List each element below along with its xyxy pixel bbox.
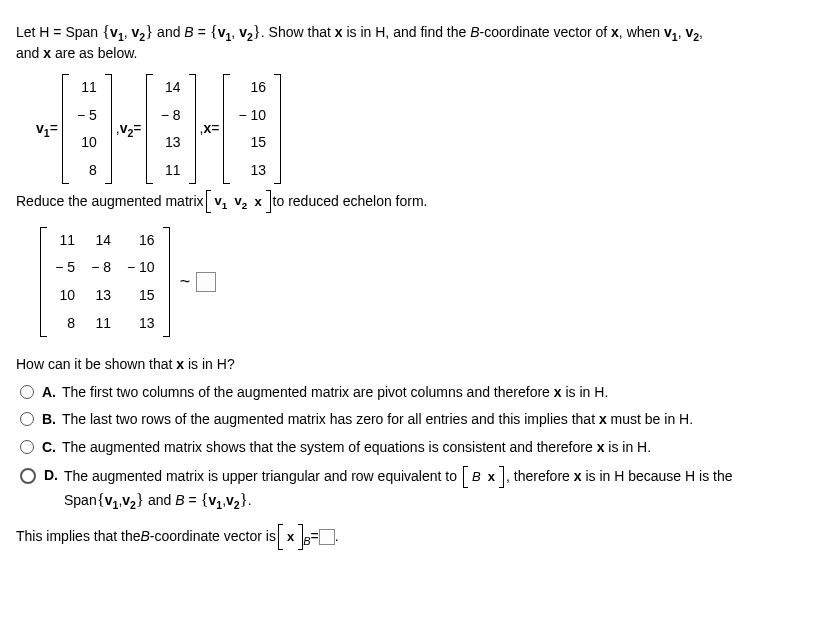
vectors-definition: v1 = 11− 5108 , v2 = 14− 81311 , x = 16−… bbox=[36, 72, 808, 186]
choice-a[interactable]: A. The first two columns of the augmente… bbox=[20, 383, 808, 403]
subscript-b: B bbox=[303, 534, 310, 549]
brace-close-1: } bbox=[145, 22, 153, 41]
augmented-matrix: 111416 − 5− 8− 10 101315 81113 bbox=[40, 227, 170, 337]
augmented-symbol: v1 v2 x bbox=[206, 190, 271, 212]
choice-c-text: The augmented matrix shows that the syst… bbox=[62, 438, 808, 458]
choice-b[interactable]: B. The last two rows of the augmented ma… bbox=[20, 410, 808, 430]
x-symbol: x bbox=[335, 24, 343, 40]
v2-symbol: v2 bbox=[132, 24, 146, 40]
radio-c[interactable] bbox=[20, 440, 34, 454]
question-text: How can it be shown that x is in H? bbox=[16, 355, 808, 375]
final-statement: This implies that the B-coordinate vecto… bbox=[16, 524, 808, 549]
v1-label: v1 bbox=[36, 119, 50, 140]
choice-a-text: The first two columns of the augmented m… bbox=[62, 383, 808, 403]
choice-c[interactable]: C. The augmented matrix shows that the s… bbox=[20, 438, 808, 458]
choice-b-text: The last two rows of the augmented matri… bbox=[62, 410, 808, 430]
problem-statement: Let H = Span {v1, v2} and B = {v1, v2}. … bbox=[16, 20, 808, 64]
intro-text: Let H = Span bbox=[16, 24, 102, 40]
choices-group: A. The first two columns of the augmente… bbox=[20, 383, 808, 513]
x-sub-b-bracket: x bbox=[278, 524, 303, 549]
brace-open-1: { bbox=[102, 22, 110, 41]
brace-close-2: } bbox=[253, 22, 261, 41]
brace-open-2: { bbox=[210, 22, 218, 41]
choice-b-label: B. bbox=[42, 410, 62, 430]
choice-d-label: D. bbox=[44, 466, 64, 486]
augmented-matrix-row: 111416 − 5− 8− 10 101315 81113 ~ bbox=[36, 225, 808, 339]
choice-d[interactable]: D. The augmented matrix is upper triangu… bbox=[20, 466, 808, 513]
tilde-symbol: ~ bbox=[180, 269, 191, 294]
v1-vector: 11− 5108 bbox=[62, 74, 112, 184]
choice-d-text: The augmented matrix is upper triangular… bbox=[64, 466, 808, 513]
radio-b[interactable] bbox=[20, 412, 34, 426]
v2-vector: 14− 81311 bbox=[146, 74, 196, 184]
x-vector: 16− 101513 bbox=[223, 74, 281, 184]
v2-label: v2 bbox=[120, 119, 134, 140]
choice-a-label: A. bbox=[42, 383, 62, 403]
v1-symbol: v1 bbox=[110, 24, 124, 40]
answer-box-matrix[interactable] bbox=[196, 272, 216, 292]
bx-bracket: B x bbox=[463, 466, 504, 488]
x-label: x bbox=[203, 119, 211, 139]
answer-box-vector[interactable] bbox=[319, 529, 335, 545]
radio-d[interactable] bbox=[20, 468, 36, 484]
reduce-instruction: Reduce the augmented matrix v1 v2 x to r… bbox=[16, 190, 808, 212]
radio-a[interactable] bbox=[20, 385, 34, 399]
choice-c-label: C. bbox=[42, 438, 62, 458]
